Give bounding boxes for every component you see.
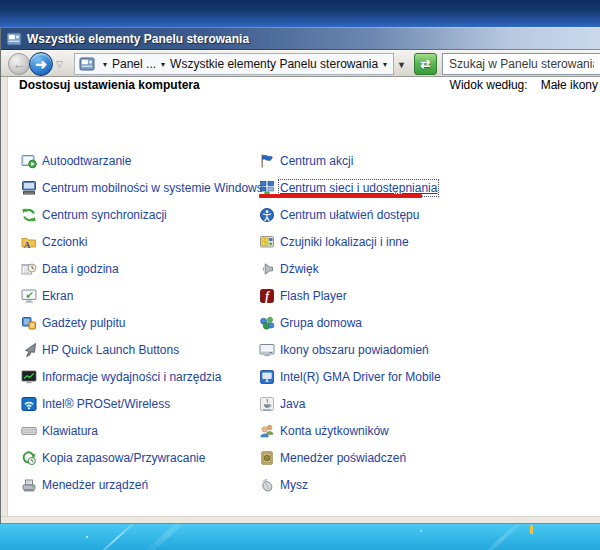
wallpaper-streak <box>475 524 530 550</box>
credential-manager-icon <box>259 450 275 466</box>
recent-pages-chevron-icon[interactable]: ▽ <box>56 59 63 69</box>
desktop-gadgets-icon <box>21 315 37 331</box>
control-panel-item[interactable]: Menedżer poświadczeń <box>259 444 499 471</box>
control-panel-item[interactable]: fFlash Player <box>259 282 499 309</box>
mobility-center-icon <box>21 180 37 196</box>
desktop-wallpaper <box>0 524 600 550</box>
chevron-down-icon[interactable]: ▾ <box>161 60 165 69</box>
control-panel-item[interactable]: Menedżer urządzeń <box>21 471 256 498</box>
java-icon <box>259 396 275 412</box>
refresh-button[interactable]: ⇄ <box>414 53 437 75</box>
ease-of-access-icon <box>259 207 275 223</box>
control-panel-item-label: HP Quick Launch Buttons <box>42 343 179 357</box>
page-heading: Dostosuj ustawienia komputera <box>19 78 200 92</box>
sync-center-icon <box>21 207 37 223</box>
control-panel-item[interactable]: Centrum akcji <box>259 147 499 174</box>
action-center-icon <box>259 153 275 169</box>
breadcrumb-segment-current[interactable]: Wszystkie elementy Panelu sterowania <box>170 57 378 71</box>
display-icon <box>21 288 37 304</box>
wallpaper-streak <box>89 524 142 550</box>
control-panel-item-label: Klawiatura <box>42 424 98 438</box>
items-column-right: Centrum akcjiCentrum sieci i udostępnian… <box>259 147 499 498</box>
window-frame-left <box>1 77 8 524</box>
control-panel-item[interactable]: ACzcionki <box>21 228 256 255</box>
control-panel-item-label: Menedżer urządzeń <box>42 478 148 492</box>
control-panel-item[interactable]: Centrum synchronizacji <box>21 201 256 228</box>
control-panel-item[interactable]: Intel® PROSet/Wireless <box>21 390 256 417</box>
control-panel-item-label: Grupa domowa <box>280 316 362 330</box>
control-panel-item[interactable]: Mysz <box>259 471 499 498</box>
control-panel-item-label: Czujniki lokalizacji i inne <box>280 235 409 249</box>
location-sensors-icon <box>259 234 275 250</box>
control-panel-item-label: Ekran <box>42 289 73 303</box>
control-panel-item[interactable]: Autoodtwarzanie <box>21 147 256 174</box>
control-panel-item-label: Informacje wydajności i narzędzia <box>42 370 221 384</box>
control-panel-item-label: Czcionki <box>42 235 87 249</box>
forward-button[interactable]: ➜ <box>29 52 53 76</box>
control-panel-item[interactable]: Java <box>259 390 499 417</box>
control-panel-item-label: Centrum ułatwień dostępu <box>280 208 419 222</box>
control-panel-item-label: Data i godzina <box>42 262 119 276</box>
view-by-label: Widok według: <box>450 78 528 92</box>
performance-info-icon <box>21 369 37 385</box>
sound-icon <box>259 261 275 277</box>
wallpaper-yellow-mark <box>530 525 533 534</box>
annotation-underline <box>259 194 422 198</box>
control-panel-item[interactable]: Ekran <box>21 282 256 309</box>
control-panel-item-label: Centrum synchronizacji <box>42 208 167 222</box>
address-dropdown-icon[interactable]: ▼ <box>397 60 406 70</box>
control-panel-item-label: Autoodtwarzanie <box>42 154 131 168</box>
control-panel-item-label: Dźwięk <box>280 262 319 276</box>
control-panel-item[interactable]: Gadżety pulpitu <box>21 309 256 336</box>
flash-player-icon: f <box>259 288 275 304</box>
control-panel-item-label: Menedżer poświadczeń <box>280 451 406 465</box>
control-panel-item-label: Centrum sieci i udostępniania <box>280 181 437 195</box>
control-panel-item[interactable]: Czujniki lokalizacji i inne <box>259 228 499 255</box>
chevron-down-icon[interactable]: ▾ <box>383 60 389 69</box>
keyboard-icon <box>21 423 37 439</box>
window-title: Wszystkie elementy Panelu sterowania <box>27 32 249 46</box>
control-panel-item-label: Centrum mobilności w systemie Windows <box>42 181 263 195</box>
device-manager-icon <box>21 477 37 493</box>
window-titlebar[interactable]: Wszystkie elementy Panelu sterowania <box>1 27 600 50</box>
backup-restore-icon <box>21 450 37 466</box>
search-input[interactable] <box>443 54 600 74</box>
control-panel-item[interactable]: Konta użytkowników <box>259 417 499 444</box>
control-panel-item-label: Intel® PROSet/Wireless <box>42 397 170 411</box>
control-panel-item[interactable]: Centrum sieci i udostępniania <box>259 174 499 201</box>
autoplay-icon <box>21 153 37 169</box>
control-panel-item[interactable]: Informacje wydajności i narzędzia <box>21 363 256 390</box>
view-by-control: Widok według: Małe ikony <box>450 78 598 92</box>
window-frame-bottom <box>1 516 600 524</box>
control-panel-item-label: Java <box>280 397 305 411</box>
control-panel-item[interactable]: Intel(R) GMA Driver for Mobile <box>259 363 499 390</box>
control-panel-item-label: Centrum akcji <box>280 154 353 168</box>
control-panel-item-label: Gadżety pulpitu <box>42 316 125 330</box>
control-panel-item[interactable]: Data i godzina <box>21 255 256 282</box>
control-panel-item[interactable]: Klawiatura <box>21 417 256 444</box>
control-panel-item[interactable]: Dźwięk <box>259 255 499 282</box>
control-panel-item[interactable]: Centrum ułatwień dostępu <box>259 201 499 228</box>
wallpaper-streak <box>140 524 196 550</box>
breadcrumb[interactable]: ▾ Panel ... ▾ Wszystkie elementy Panelu … <box>74 53 394 75</box>
control-panel-item-label: Ikony obszaru powiadomień <box>280 343 429 357</box>
view-by-value[interactable]: Małe ikony <box>541 78 598 92</box>
back-button[interactable]: ← <box>8 53 30 75</box>
wallpaper-dot <box>86 536 88 538</box>
control-panel-window: Wszystkie elementy Panelu sterowania ← ➜… <box>0 27 600 524</box>
notification-icons-icon <box>259 342 275 358</box>
intel-wireless-icon <box>21 396 37 412</box>
control-panel-item[interactable]: Ikony obszaru powiadomień <box>259 336 499 363</box>
chevron-down-icon[interactable]: ▾ <box>103 60 107 69</box>
fonts-icon: A <box>21 234 37 250</box>
control-panel-item[interactable]: Grupa domowa <box>259 309 499 336</box>
hp-quick-launch-icon <box>21 342 37 358</box>
control-panel-item[interactable]: Centrum mobilności w systemie Windows <box>21 174 256 201</box>
control-panel-item[interactable]: Kopia zapasowa/Przywracanie <box>21 444 256 471</box>
control-panel-item[interactable]: HP Quick Launch Buttons <box>21 336 256 363</box>
date-time-icon <box>21 261 37 277</box>
intel-gma-icon <box>259 369 275 385</box>
wallpaper-dot <box>420 530 422 532</box>
breadcrumb-segment-root[interactable]: Panel ... <box>112 57 156 71</box>
control-panel-item-label: Intel(R) GMA Driver for Mobile <box>280 370 441 384</box>
